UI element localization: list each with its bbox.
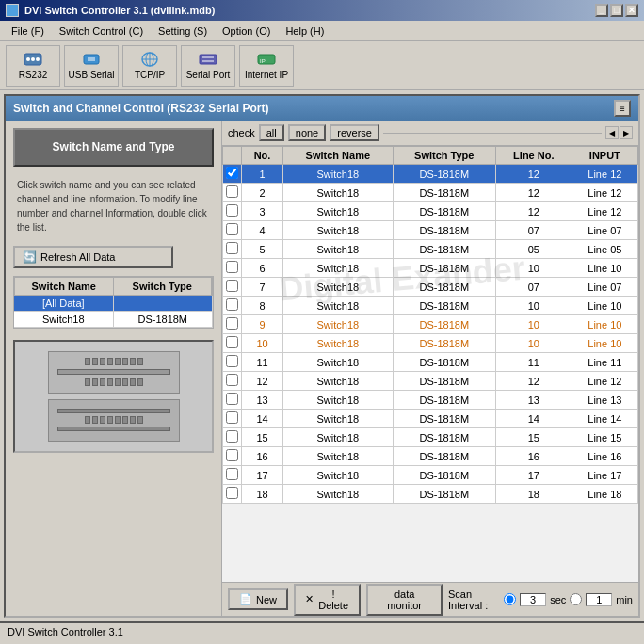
- table-cell-5-2: DS-1818M: [393, 240, 495, 259]
- menu-file[interactable]: File (F): [4, 24, 52, 39]
- check-reverse-btn[interactable]: reverse: [330, 124, 379, 141]
- toolbar-serial-port[interactable]: Serial Port: [181, 45, 235, 87]
- minimize-btn[interactable]: _: [595, 4, 608, 17]
- toolbar-rs232[interactable]: RS232: [6, 45, 60, 87]
- check-none-btn[interactable]: none: [288, 124, 326, 141]
- table-row-14[interactable]: 14Switch18DS-1818M14Line 14: [223, 410, 638, 428]
- new-label: New: [256, 594, 277, 605]
- row-checkbox-7[interactable]: [226, 280, 238, 292]
- menu-help[interactable]: Help (H): [278, 24, 331, 39]
- table-cell-18-1: Switch18: [283, 485, 394, 504]
- row-checkbox-5[interactable]: [226, 242, 238, 254]
- table-row-11[interactable]: 11Switch18DS-1818M11Line 11: [223, 353, 638, 372]
- table-row-13[interactable]: 13Switch18DS-1818M13Line 13: [223, 391, 638, 410]
- table-cell-5-1: Switch18: [283, 240, 394, 259]
- table-row-1[interactable]: 1Switch18DS-1818M12Line 12: [223, 165, 638, 184]
- scan-sec-radio[interactable]: [504, 593, 516, 605]
- row-checkbox-9[interactable]: [226, 317, 238, 330]
- close-btn[interactable]: ✕: [625, 4, 638, 17]
- row-checkbox-16[interactable]: [226, 449, 238, 461]
- menu-option[interactable]: Option (O): [215, 24, 278, 39]
- internet-icon: IP: [256, 51, 277, 68]
- table-row-4[interactable]: 4Switch18DS-1818M07Line 07: [223, 221, 638, 240]
- row-checkbox-18[interactable]: [226, 487, 238, 499]
- check-all-btn[interactable]: all: [259, 124, 284, 141]
- table-row-16[interactable]: 16Switch18DS-1818M16Line 16: [223, 447, 638, 466]
- row-checkbox-1[interactable]: [226, 167, 238, 179]
- table-cell-17-3: 17: [495, 466, 572, 485]
- scroll-right-btn[interactable]: ▶: [620, 126, 633, 139]
- row-checkbox-2[interactable]: [226, 185, 238, 198]
- table-row-7[interactable]: 7Switch18DS-1818M07Line 07: [223, 278, 638, 297]
- table-cell-9-4: Line 10: [572, 315, 637, 334]
- data-monitor-btn[interactable]: data monitor: [366, 584, 443, 616]
- svg-rect-5: [88, 57, 95, 61]
- data-table-wrap[interactable]: Digital Ex­ander No. Switch Name Switch …: [222, 146, 638, 582]
- table-row-6[interactable]: 6Switch18DS-1818M10Line 10: [223, 259, 638, 278]
- scan-min-input[interactable]: [586, 593, 612, 606]
- row-checkbox-10[interactable]: [226, 336, 238, 348]
- switch-name-cell: [All Data]: [14, 296, 114, 311]
- switch-name-type-btn[interactable]: Switch Name and Type: [13, 128, 214, 167]
- menu-setting[interactable]: Setting (S): [151, 24, 215, 39]
- row-checkbox-12[interactable]: [226, 374, 238, 386]
- table-row-2[interactable]: 2Switch18DS-1818M12Line 12: [223, 184, 638, 202]
- row-checkbox-13[interactable]: [226, 393, 238, 405]
- table-cell-8-0: 8: [242, 297, 283, 315]
- row-checkbox-4[interactable]: [226, 223, 238, 235]
- table-cell-14-4: Line 14: [572, 410, 637, 428]
- scan-min-radio[interactable]: [570, 593, 582, 605]
- table-row-5[interactable]: 5Switch18DS-1818M05Line 05: [223, 240, 638, 259]
- rs232-label: RS232: [19, 70, 48, 80]
- row-checkbox-8[interactable]: [226, 298, 238, 311]
- table-row-15[interactable]: 15Switch18DS-1818M15Line 15: [223, 428, 638, 447]
- row-checkbox-14[interactable]: [226, 411, 238, 424]
- table-cell-2-1: Switch18: [283, 184, 394, 202]
- table-row-17[interactable]: 17Switch18DS-1818M17Line 17: [223, 466, 638, 485]
- switch-list-row-switch18[interactable]: Switch18 DS-1818M: [14, 312, 213, 328]
- row-checkbox-15[interactable]: [226, 430, 238, 443]
- usb-icon: [81, 51, 102, 68]
- channel-body: Switch Name and Type Click switch name a…: [6, 121, 638, 616]
- switch-list-row-alldata[interactable]: [All Data]: [14, 296, 213, 312]
- panel-menu-btn[interactable]: ≡: [614, 100, 631, 117]
- scan-interval: Scan Interval : sec min: [448, 588, 633, 611]
- menu-switch-control[interactable]: Switch Control (C): [52, 24, 151, 39]
- serial-port-icon: [198, 51, 218, 68]
- table-cell-11-3: 11: [495, 353, 572, 372]
- table-row-3[interactable]: 3Switch18DS-1818M12Line 12: [223, 202, 638, 221]
- table-row-12[interactable]: 12Switch18DS-1818M12Line 12: [223, 372, 638, 391]
- svg-point-2: [31, 57, 35, 61]
- delete-btn[interactable]: ✕ ! Delete: [294, 584, 361, 616]
- table-cell-7-4: Line 07: [572, 278, 637, 297]
- toolbar-internet-ip[interactable]: IP Internet IP: [239, 45, 294, 87]
- table-cell-16-2: DS-1818M: [393, 447, 495, 466]
- row-checkbox-11[interactable]: [226, 355, 238, 367]
- switch-name-col-header: Switch Name: [15, 278, 114, 295]
- table-cell-13-2: DS-1818M: [393, 391, 495, 410]
- table-row-8[interactable]: 8Switch18DS-1818M10Line 10: [223, 297, 638, 315]
- toolbar-usb-serial[interactable]: USB Serial: [64, 45, 119, 87]
- table-cell-17-0: 17: [242, 466, 283, 485]
- table-cell-13-1: Switch18: [283, 391, 394, 410]
- row-checkbox-17[interactable]: [226, 468, 238, 480]
- refresh-icon: 🔄: [23, 250, 37, 264]
- table-cell-2-4: Line 12: [572, 184, 637, 202]
- scroll-left-btn[interactable]: ◀: [605, 126, 619, 139]
- svg-point-1: [26, 57, 30, 61]
- new-btn[interactable]: 📄 New: [228, 588, 288, 610]
- refresh-label: Refresh All Data: [40, 251, 115, 263]
- row-checkbox-6[interactable]: [226, 261, 238, 273]
- col-checkbox: [223, 147, 242, 165]
- row-checkbox-3[interactable]: [226, 204, 238, 217]
- bottom-bar: 📄 New ✕ ! Delete data monitor Scan Inter…: [222, 582, 638, 616]
- refresh-all-data-btn[interactable]: 🔄 Refresh All Data: [13, 246, 173, 268]
- table-row-10[interactable]: 10Switch18DS-1818M10Line 10: [223, 334, 638, 353]
- maximize-btn[interactable]: □: [610, 4, 623, 17]
- table-row-18[interactable]: 18Switch18DS-1818M18Line 18: [223, 485, 638, 504]
- table-cell-14-3: 14: [495, 410, 572, 428]
- table-cell-2-0: 2: [242, 184, 283, 202]
- toolbar-tcpip[interactable]: TCP/IP: [122, 45, 177, 87]
- table-row-9[interactable]: 9Switch18DS-1818M10Line 10: [223, 315, 638, 334]
- scan-sec-input[interactable]: [520, 593, 546, 606]
